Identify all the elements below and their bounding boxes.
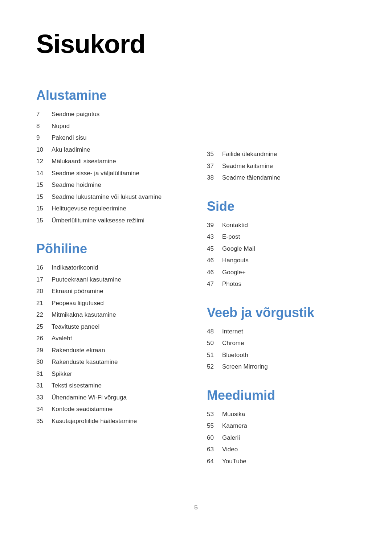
toc-text: E-post (222, 232, 240, 242)
toc-number: 53 (207, 410, 222, 419)
toc-text: Video (222, 445, 238, 454)
list-item: 29Rakenduste ekraan (36, 346, 185, 355)
list-item: 33Ühendamine Wi-Fi võrguga (36, 393, 185, 402)
list-item: 16Indikaatorikoonid (36, 263, 185, 272)
toc-number: 45 (207, 244, 222, 254)
toc-text: Nupud (52, 122, 70, 131)
toc-number: 63 (207, 445, 222, 454)
list-item: 15Helitugevuse reguleerimine (36, 204, 185, 213)
section-pohiline: Põhiline 16Indikaatorikoonid 17Puuteekra… (36, 241, 185, 426)
toc-number: 20 (36, 287, 52, 296)
list-item: 9Pakendi sisu (36, 133, 185, 143)
toc-number: 47 (207, 279, 222, 289)
toc-text: Seadme lukustamine või lukust avamine (52, 192, 162, 202)
toc-text: Google+ (222, 268, 246, 277)
toc-number: 43 (207, 232, 222, 242)
toc-number: 16 (36, 263, 52, 272)
toc-text: Teksti sisestamine (52, 381, 102, 390)
toc-number: 10 (36, 145, 52, 155)
toc-text: Bluetooth (222, 350, 248, 360)
toc-text: Kontode seadistamine (52, 405, 113, 414)
toc-number: 12 (36, 157, 52, 166)
list-item: 45Google Mail (207, 244, 356, 254)
list-item: 7Seadme paigutus (36, 110, 185, 119)
toc-number: 31 (36, 381, 52, 390)
list-item: 20Ekraani pööramine (36, 287, 185, 296)
toc-text: Ühendamine Wi-Fi võrguga (52, 393, 127, 402)
list-item: 46Hangouts (207, 256, 356, 265)
toc-text: Chrome (222, 338, 244, 348)
list-item: 10Aku laadimine (36, 145, 185, 155)
toc-text: Hangouts (222, 256, 249, 265)
section-alustamine: Alustamine 7Seadme paigutus 8Nupud 9Pake… (36, 88, 185, 225)
toc-list-meediumid: 53Muusika 55Kaamera 60Galerii 63Video 64… (207, 410, 356, 466)
toc-number: 9 (36, 133, 52, 143)
toc-text: Pakendi sisu (52, 133, 86, 143)
toc-number: 37 (207, 161, 222, 171)
toc-number: 15 (36, 192, 52, 202)
section-alustamine-cont: 35Failide ülekandmine 37Seadme kaitsmine… (207, 149, 356, 182)
toc-text: Photos (222, 279, 241, 289)
list-item: 8Nupud (36, 122, 185, 131)
toc-number: 55 (207, 421, 222, 431)
toc-number: 29 (36, 346, 52, 355)
list-item: 53Muusika (207, 410, 356, 419)
toc-text: Seadme kaitsmine (222, 161, 273, 171)
toc-text: Failide ülekandmine (222, 149, 277, 159)
page-footer: 5 (36, 504, 356, 511)
toc-number: 7 (36, 110, 52, 119)
toc-number: 30 (36, 357, 52, 367)
list-item: 21Peopesa liigutused (36, 299, 185, 308)
list-item: 50Chrome (207, 338, 356, 348)
toc-number: 46 (207, 256, 222, 265)
toc-text: Spikker (52, 369, 72, 379)
list-item: 30Rakenduste kasutamine (36, 357, 185, 367)
list-item: 37Seadme kaitsmine (207, 161, 356, 171)
toc-number: 31 (36, 369, 52, 379)
toc-text: Seadme sisse- ja väljalülitamine (52, 169, 139, 178)
list-item: 35Kasutajaprofiilide häälestamine (36, 416, 185, 426)
footer-page-number: 5 (194, 504, 197, 511)
toc-text: Kontaktid (222, 221, 248, 230)
toc-list-side: 39Kontaktid 43E-post 45Google Mail 46Han… (207, 221, 356, 289)
list-item: 52Screen Mirroring (207, 362, 356, 372)
toc-number: 48 (207, 327, 222, 336)
toc-number: 26 (36, 334, 52, 343)
list-item: 22Mitmikakna kasutamine (36, 310, 185, 320)
toc-text: Ekraani pööramine (52, 287, 103, 296)
left-column: Alustamine 7Seadme paigutus 8Nupud 9Pake… (36, 88, 185, 482)
toc-text: Seadme hoidmine (52, 180, 101, 190)
toc-text: Internet (222, 327, 243, 336)
list-item: 63Video (207, 445, 356, 454)
toc-number: 46 (207, 268, 222, 277)
toc-list-cont: 35Failide ülekandmine 37Seadme kaitsmine… (207, 149, 356, 182)
list-item: 25Teavituste paneel (36, 322, 185, 332)
list-item: 12Mälukaardi sisestamine (36, 157, 185, 166)
toc-number: 14 (36, 169, 52, 178)
list-item: 60Galerii (207, 433, 356, 443)
toc-text: Seadme paigutus (52, 110, 99, 119)
toc-text: Google Mail (222, 244, 255, 254)
toc-number: 15 (36, 204, 52, 213)
toc-text: Mitmikakna kasutamine (52, 310, 116, 320)
toc-text: Teavituste paneel (52, 322, 99, 332)
list-item: 64YouTube (207, 457, 356, 466)
content-grid: Alustamine 7Seadme paigutus 8Nupud 9Pake… (36, 88, 356, 482)
toc-number: 15 (36, 180, 52, 190)
list-item: 46Google+ (207, 268, 356, 277)
toc-text: Mälukaardi sisestamine (52, 157, 116, 166)
list-item: 17Puuteekraani kasutamine (36, 275, 185, 284)
toc-text: YouTube (222, 457, 246, 466)
page-title: Sisukord (36, 29, 356, 59)
toc-text: Puuteekraani kasutamine (52, 275, 121, 284)
section-title-veeb: Veeb ja võrgustik (207, 305, 356, 320)
list-item: 47Photos (207, 279, 356, 289)
toc-number: 51 (207, 350, 222, 360)
toc-text: Ümberlülitumine vaiksesse režiimi (52, 216, 144, 225)
toc-number: 25 (36, 322, 52, 332)
toc-number: 15 (36, 216, 52, 225)
toc-text: Aku laadimine (52, 145, 90, 155)
right-column: 35Failide ülekandmine 37Seadme kaitsmine… (207, 88, 356, 482)
toc-text: Indikaatorikoonid (52, 263, 98, 272)
section-meediumid: Meediumid 53Muusika 55Kaamera 60Galerii … (207, 388, 356, 466)
